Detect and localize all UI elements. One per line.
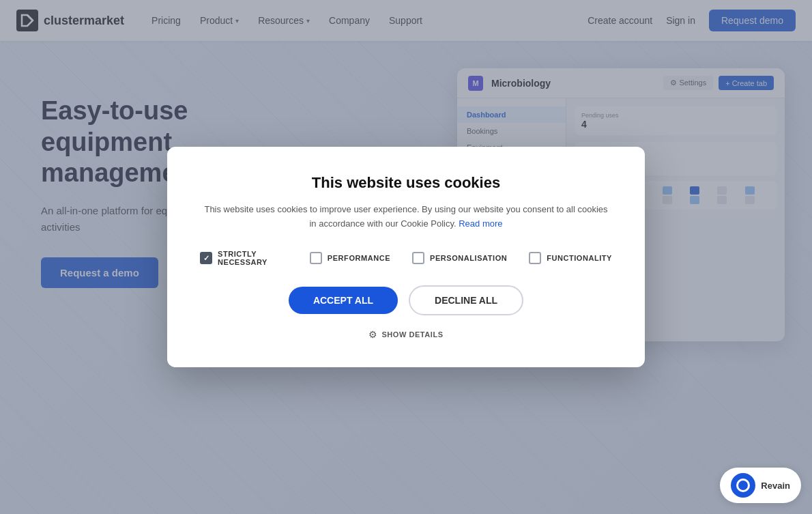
accept-all-button[interactable]: ACCEPT ALL <box>289 287 398 314</box>
performance-label: PERFORMANCE <box>328 254 390 262</box>
personalisation-checkbox[interactable] <box>412 252 424 264</box>
revain-label: Revain <box>761 481 790 491</box>
performance-checkbox[interactable] <box>310 252 322 264</box>
option-functionality: FUNCTIONALITY <box>529 252 612 264</box>
functionality-label: FUNCTIONALITY <box>547 254 612 262</box>
cookie-options: STRICTLY NECESSARY PERFORMANCE PERSONALI… <box>200 250 612 266</box>
strictly-necessary-label: STRICTLY NECESSARY <box>218 250 288 266</box>
strictly-necessary-checkbox[interactable] <box>200 252 212 264</box>
read-more-link[interactable]: Read more <box>459 218 502 229</box>
modal-overlay[interactable]: This website uses cookies This website u… <box>0 0 812 514</box>
decline-all-button[interactable]: DECLINE ALL <box>409 285 523 315</box>
gear-icon: ⚙ <box>368 329 377 340</box>
modal-actions: ACCEPT ALL DECLINE ALL <box>200 285 612 315</box>
show-details-toggle[interactable]: ⚙ SHOW DETAILS <box>200 329 612 340</box>
option-performance: PERFORMANCE <box>310 252 390 264</box>
option-strictly-necessary: STRICTLY NECESSARY <box>200 250 288 266</box>
option-personalisation: PERSONALISATION <box>412 252 507 264</box>
modal-description: This website uses cookies to improve use… <box>200 203 612 231</box>
modal-title: This website uses cookies <box>200 174 612 192</box>
personalisation-label: PERSONALISATION <box>430 254 507 262</box>
revain-icon <box>731 473 755 498</box>
revain-widget[interactable]: Revain <box>720 468 801 503</box>
cookie-modal: This website uses cookies This website u… <box>167 147 645 368</box>
show-details-label: SHOW DETAILS <box>381 330 443 339</box>
functionality-checkbox[interactable] <box>529 252 541 264</box>
